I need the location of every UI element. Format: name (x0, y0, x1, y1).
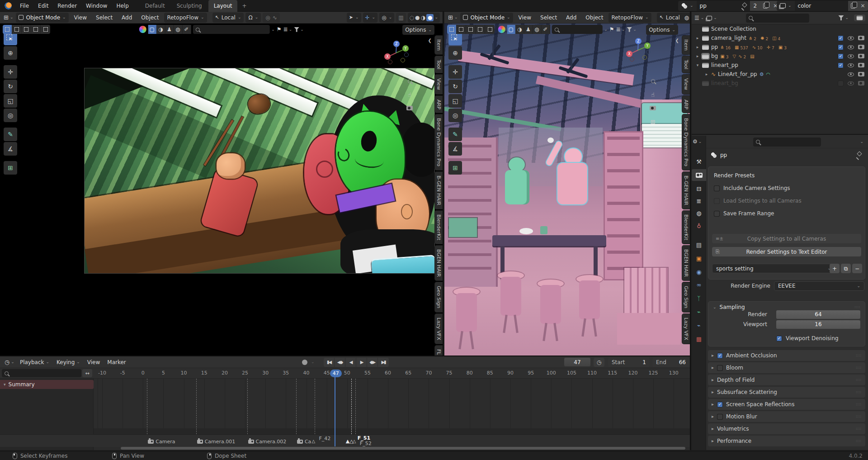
overlays-toggle[interactable]: ◎⌄ (379, 13, 394, 23)
tool-rotate[interactable]: ↻ (448, 80, 462, 93)
viewport-menu-add[interactable]: Add (118, 14, 136, 21)
properties-tab-view-layer[interactable]: ≣ (692, 195, 706, 207)
panel-grip[interactable]: ∷∷ (855, 305, 860, 309)
ortho-grid-icon[interactable]: ⊞ (648, 117, 658, 127)
marker-camera[interactable]: Camera.001 (197, 439, 236, 445)
chevron-down-icon[interactable]: ⌄ (271, 28, 275, 32)
select-mode-extend[interactable] (457, 25, 466, 34)
select-mode-intersect[interactable] (485, 25, 495, 34)
axis-X-ball[interactable]: X (384, 53, 391, 60)
sidebar-tab-lazy-vfx[interactable]: Lazy VFX (682, 313, 690, 344)
exclude-checkbox[interactable]: ✓ (838, 53, 844, 59)
axis-neg-ball[interactable] (630, 57, 634, 62)
shading-wireframe-icon[interactable]: ◌ (410, 14, 414, 21)
markers-region[interactable]: CameraCamera.001Camera.002Ca△F_42▲△F_51△… (0, 434, 690, 447)
copy-settings-button[interactable]: ≡±Copy Settings to all Cameras (712, 234, 861, 243)
checkbox[interactable]: ✓ (717, 353, 723, 359)
sidebar-tab-bone-dynamics-pro[interactable]: Bone Dynamics Pro (434, 114, 443, 171)
properties-tab-bone[interactable]: ⌁ (692, 306, 706, 318)
tool-move[interactable]: ✛ (448, 65, 462, 79)
navigation-gizmo[interactable]: ZYX (625, 37, 651, 62)
axis-neg-ball[interactable] (404, 52, 409, 57)
new-view-layer-button[interactable] (848, 1, 858, 11)
select-mode-new[interactable] (447, 25, 457, 34)
disable-render-icon[interactable] (858, 54, 864, 58)
editor-type-button[interactable]: ◷⌄ (3, 359, 16, 365)
outliner-search-input[interactable] (746, 14, 809, 23)
tool-cursor[interactable]: ⊕ (4, 46, 17, 60)
tool-add-cube[interactable]: ⊞ (448, 161, 462, 175)
sidebar-tab-fl[interactable]: FL (434, 345, 443, 356)
disable-render-icon[interactable] (858, 72, 864, 76)
hide-viewport-icon[interactable] (848, 45, 854, 49)
marker-camera[interactable]: Camera (148, 439, 175, 445)
options-dropdown[interactable]: Options⌄ (402, 25, 434, 35)
panel-performance[interactable]: ▸Performance∷∷ (708, 436, 865, 446)
select-mode-extend[interactable] (12, 25, 22, 34)
mode-dropdown[interactable]: Object Mode⌄ (16, 13, 68, 23)
sidebar-tab-tool[interactable]: Tool (682, 56, 690, 73)
outliner-row[interactable]: ▸pp⋔16▦537∿10✛7▣3✓ (692, 43, 868, 52)
view-layer-name-field[interactable]: color (795, 1, 848, 11)
sidebar-tab-bgen-hair[interactable]: BGEN HAIR (682, 245, 690, 281)
hide-viewport-icon[interactable] (848, 72, 854, 76)
proportional-editing-dropdown[interactable]: ◎∿ (263, 13, 280, 23)
sidebar-tab-arp[interactable]: ARP (434, 95, 443, 114)
panel-volumetrics[interactable]: ▸Volumetrics∷∷ (708, 423, 865, 434)
gizmo-toggle[interactable]: ✛⌄ (363, 13, 378, 23)
properties-tab-bone-constraint[interactable]: ⌁ (692, 319, 706, 331)
axis-Y-ball[interactable]: Y (644, 43, 651, 49)
properties-tab-physics[interactable]: ◉ (692, 266, 706, 278)
blenderkit-hdrs-icon[interactable]: ◍ (174, 25, 182, 34)
tool-cursor[interactable]: ⊕ (448, 46, 462, 60)
properties-tab-world[interactable]: ♁ (692, 220, 706, 232)
tool-scale[interactable]: ◱ (448, 94, 462, 108)
blenderkit-materials-icon[interactable]: ◑ (515, 25, 524, 34)
tool-scale[interactable]: ◱ (4, 94, 17, 108)
marker-camera[interactable]: Camera.002 (248, 439, 287, 445)
checkbox[interactable] (714, 198, 720, 204)
topbar-menu-render[interactable]: Render (53, 3, 81, 9)
sidebar-tab-item[interactable]: Item (434, 35, 443, 55)
remove-view-layer-button[interactable]: ✕ (858, 1, 868, 11)
workspace-tab-default[interactable]: Default (140, 0, 170, 12)
axis-neg-ball[interactable] (401, 58, 405, 62)
sidebar-tab-bone-dynamics-pro[interactable]: Bone Dynamics Pro (682, 114, 690, 171)
exclude-checkbox[interactable]: ✓ (838, 35, 844, 41)
prev-keyframe-button[interactable]: ◀◆ (335, 358, 345, 367)
asset-tree-dropdown[interactable]: ≣⌄ (616, 26, 625, 33)
shading-material-icon[interactable]: ◑ (420, 14, 425, 21)
panel-grip[interactable]: ∷∷ (856, 439, 862, 443)
axis-neg-ball[interactable] (642, 55, 647, 60)
topbar-menu-window[interactable]: Window (81, 3, 112, 9)
snapping-dropdown[interactable]: Ω⌄ (245, 13, 261, 23)
blenderkit-brushes-icon[interactable]: ♟ (165, 25, 174, 34)
chevron-down-icon[interactable]: ⌄ (604, 28, 608, 32)
blenderkit-hdrs-icon[interactable]: ◍ (533, 25, 541, 34)
checkbox[interactable] (717, 365, 723, 371)
filter-dropdown[interactable]: ⌄ (627, 27, 637, 32)
editor-type-button[interactable]: ⚙⌄ (693, 138, 702, 145)
select-mode-intersect[interactable] (41, 25, 50, 34)
editor-type-button[interactable]: ⊞⌄ (3, 14, 14, 21)
preview-range-button[interactable]: ◷ (594, 358, 604, 367)
sidebar-tab-view[interactable]: View (434, 74, 443, 94)
mode-dropdown[interactable]: Object Mode⌄ (460, 13, 513, 23)
select-mode-new[interactable] (3, 25, 12, 34)
viewport-menu-select[interactable]: Select (92, 14, 116, 21)
viewport-scene[interactable]: ⊞⌄Object Mode⌄ViewSelectAddObjectRetopoF… (444, 12, 691, 356)
panel-depth-of-field[interactable]: ▸Depth of Field∷∷ (708, 375, 865, 385)
camera-view-icon[interactable] (405, 103, 415, 113)
tool-annotate[interactable]: ✎ (4, 128, 17, 141)
add-preset-button[interactable]: + (830, 264, 840, 273)
checkbox[interactable] (714, 211, 720, 217)
axis-Z-ball[interactable]: Z (635, 38, 642, 44)
expand-icon[interactable]: ▾ (695, 63, 700, 67)
topbar-menu-help[interactable]: Help (112, 3, 133, 9)
workspace-tab-sculpting[interactable]: Sculpting (171, 0, 208, 12)
xray-toggle[interactable]: ▥ (396, 13, 406, 23)
sidebar-tab-b-gen-hair[interactable]: B-GEN HAIR (434, 171, 443, 209)
blenderkit-materials-icon[interactable]: ◑ (156, 25, 165, 34)
options-dropdown[interactable]: Options⌄ (646, 25, 678, 35)
blender-logo-icon[interactable] (5, 2, 12, 9)
